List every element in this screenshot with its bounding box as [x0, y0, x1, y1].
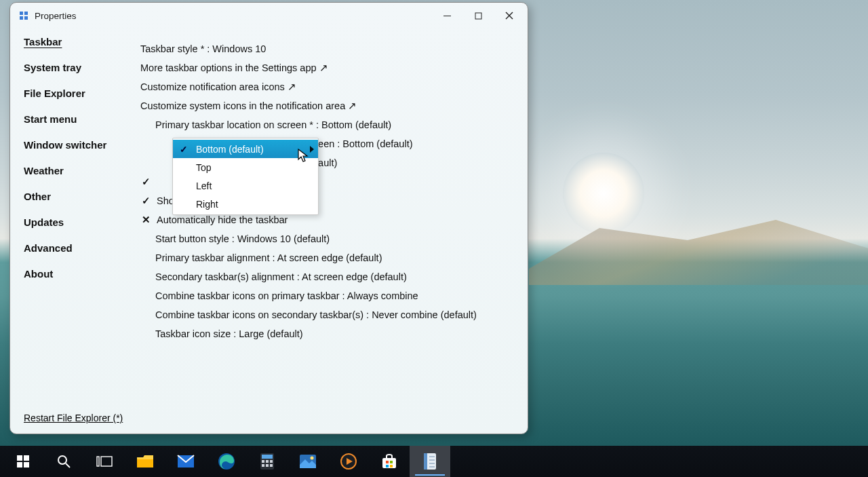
svg-rect-24	[262, 464, 264, 467]
svg-rect-15	[101, 457, 112, 466]
checkmark-icon: ✓	[180, 144, 188, 155]
notepad-button[interactable]	[410, 446, 450, 477]
dropdown-item-label: Top	[196, 162, 212, 173]
svg-rect-37	[424, 453, 427, 470]
close-button[interactable]	[494, 5, 525, 26]
dropdown-item-top[interactable]: Top	[173, 158, 318, 176]
properties-window: Properties Taskbar System tray File Expl…	[9, 2, 528, 434]
window-title: Properties	[35, 11, 77, 21]
option-start-button-style[interactable]: Start button style : Windows 10 (default…	[140, 229, 521, 248]
option-secondary-align[interactable]: Secondary taskbar(s) alignment : At scre…	[140, 267, 521, 286]
media-player-button[interactable]	[328, 446, 369, 477]
start-button[interactable]	[3, 446, 43, 477]
svg-rect-11	[24, 462, 29, 468]
svg-rect-33	[390, 461, 393, 463]
option-icon-size[interactable]: Taskbar icon size : Large (default)	[140, 324, 521, 343]
sidebar: Taskbar System tray File Explorer Start …	[10, 28, 127, 406]
photos-button[interactable]	[288, 446, 328, 477]
sidebar-item-taskbar[interactable]: Taskbar	[24, 37, 127, 47]
file-explorer-button[interactable]	[125, 446, 165, 477]
dropdown-item-label: Left	[196, 180, 212, 191]
sidebar-item-file-explorer[interactable]: File Explorer	[24, 88, 127, 98]
edge-button[interactable]	[206, 446, 247, 477]
sidebar-item-weather[interactable]: Weather	[24, 166, 127, 176]
dropdown-item-right[interactable]: Right	[173, 195, 318, 213]
option-auto-hide-label: Automatically hide the taskbar	[157, 214, 288, 225]
system-taskbar[interactable]	[0, 446, 868, 477]
option-combine-secondary[interactable]: Combine taskbar icons on secondary taskb…	[140, 305, 521, 324]
svg-rect-5	[475, 13, 481, 19]
dropdown-item-label: Bottom (default)	[196, 144, 264, 155]
search-icon	[56, 454, 71, 469]
svg-rect-25	[266, 464, 269, 467]
search-button[interactable]	[43, 446, 84, 477]
svg-rect-9	[24, 455, 29, 461]
mail-button[interactable]	[165, 446, 206, 477]
sidebar-item-window-switcher[interactable]: Window switcher	[24, 140, 127, 150]
file-explorer-icon	[136, 454, 154, 469]
store-icon	[381, 453, 397, 470]
sidebar-item-advanced[interactable]: Advanced	[24, 243, 127, 253]
option-combine-primary[interactable]: Combine taskbar icons on primary taskbar…	[140, 286, 521, 305]
svg-rect-35	[390, 465, 393, 468]
svg-line-13	[66, 463, 70, 468]
link-customize-system-icons[interactable]: Customize system icons in the notificati…	[140, 96, 521, 115]
option-taskbar-style[interactable]: Taskbar style * : Windows 10	[140, 39, 521, 58]
cross-icon: ✕	[140, 214, 151, 226]
store-button[interactable]	[369, 446, 410, 477]
sidebar-item-start-menu[interactable]: Start menu	[24, 114, 127, 124]
window-controls	[431, 5, 525, 26]
svg-rect-26	[270, 464, 273, 467]
sidebar-item-other[interactable]: Other	[24, 191, 127, 202]
svg-rect-31	[382, 458, 396, 468]
option-primary-align[interactable]: Primary taskbar alignment : At screen ed…	[140, 248, 521, 267]
sidebar-item-updates[interactable]: Updates	[24, 217, 127, 227]
calculator-button[interactable]	[247, 446, 288, 477]
task-view-icon	[96, 455, 113, 468]
sidebar-item-system-tray[interactable]: System tray	[24, 62, 127, 73]
svg-rect-34	[386, 465, 389, 468]
mail-icon	[177, 455, 195, 468]
svg-rect-20	[262, 455, 273, 459]
dropdown-item-left[interactable]: Left	[173, 176, 318, 195]
calculator-icon	[260, 453, 275, 470]
photos-icon	[299, 454, 317, 469]
checkmark-icon: ✓	[140, 176, 151, 188]
svg-rect-3	[24, 16, 28, 20]
svg-rect-21	[262, 460, 264, 463]
start-icon	[16, 455, 30, 468]
maximize-button[interactable]	[462, 5, 494, 26]
svg-point-12	[58, 456, 66, 464]
link-customize-icons[interactable]: Customize notification area icons ↗	[140, 77, 521, 96]
sidebar-item-about[interactable]: About	[24, 269, 127, 279]
svg-rect-22	[266, 460, 269, 463]
primary-location-dropdown[interactable]: ✓ Bottom (default) Top Left Right	[172, 138, 319, 215]
svg-rect-16	[137, 459, 153, 468]
svg-rect-10	[17, 462, 22, 468]
link-more-options[interactable]: More taskbar options in the Settings app…	[140, 58, 521, 77]
svg-point-28	[311, 457, 314, 460]
svg-rect-8	[17, 455, 22, 461]
notepad-icon	[422, 453, 437, 470]
window-footer: Restart File Explorer (*)	[10, 406, 528, 434]
svg-rect-14	[97, 457, 99, 466]
restart-file-explorer-link[interactable]: Restart File Explorer (*)	[24, 413, 123, 423]
app-icon	[18, 10, 29, 21]
minimize-button[interactable]	[431, 5, 462, 26]
option-primary-location[interactable]: Primary taskbar location on screen * : B…	[140, 115, 521, 134]
dropdown-item-label: Right	[196, 199, 218, 210]
task-view-button[interactable]	[84, 446, 125, 477]
dropdown-item-bottom-default[interactable]: ✓ Bottom (default)	[173, 140, 318, 158]
checkmark-icon: ✓	[140, 195, 151, 207]
media-player-icon	[340, 453, 357, 470]
content-panel: Taskbar style * : Windows 10 More taskba…	[127, 28, 528, 406]
edge-icon	[218, 453, 235, 470]
svg-rect-1	[24, 12, 28, 15]
svg-rect-2	[20, 16, 23, 20]
svg-rect-32	[386, 461, 389, 463]
titlebar[interactable]: Properties	[10, 3, 528, 28]
svg-rect-23	[270, 460, 273, 463]
svg-rect-0	[20, 12, 23, 15]
